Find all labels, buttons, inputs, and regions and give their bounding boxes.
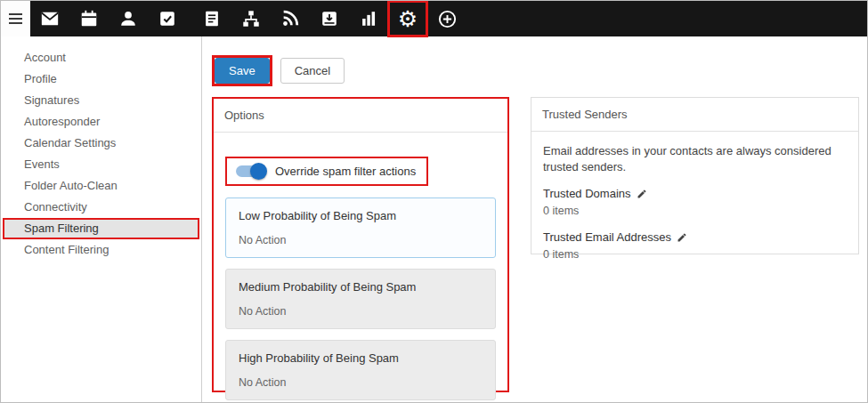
sidebar-item-folder-auto-clean[interactable]: Folder Auto-Clean xyxy=(3,175,199,197)
sidebar-item-autoresponder[interactable]: Autoresponder xyxy=(3,111,199,133)
edit-pencil-icon[interactable] xyxy=(677,232,687,243)
low-probability-spam-card[interactable]: Low Probability of Being Spam No Action xyxy=(225,197,496,258)
card-title: Low Probability of Being Spam xyxy=(239,209,483,222)
trusted-email-addresses-label: Trusted Email Addresses xyxy=(543,230,687,244)
new-item-icon[interactable] xyxy=(427,1,466,36)
contacts-icon[interactable] xyxy=(109,1,148,36)
card-action-value: No Action xyxy=(239,234,483,246)
settings-icon[interactable]: ⚙ xyxy=(388,1,427,36)
file-storage-icon[interactable] xyxy=(310,1,349,36)
options-panel: Options Override spam filter actions Low… xyxy=(212,97,509,392)
card-action-value: No Action xyxy=(239,376,483,389)
tasks-icon[interactable] xyxy=(148,1,187,36)
trusted-domains-count: 0 items xyxy=(543,205,847,217)
save-annotation-box: Save xyxy=(212,55,272,86)
sidebar-item-profile[interactable]: Profile xyxy=(3,69,199,90)
sidebar-item-connectivity[interactable]: Connectivity xyxy=(3,197,199,218)
trusted-domains-label: Trusted Domains xyxy=(543,187,647,200)
sidebar-item-calendar-settings[interactable]: Calendar Settings xyxy=(3,133,199,154)
options-panel-title: Options xyxy=(214,99,507,133)
toolbar: Save Cancel xyxy=(212,55,345,86)
sidebar-item-account[interactable]: Account xyxy=(3,47,199,69)
save-button[interactable]: Save xyxy=(215,58,270,84)
high-probability-spam-card[interactable]: High Probability of Being Spam No Action xyxy=(225,340,496,400)
trusted-senders-description: Email addresses in your contacts are alw… xyxy=(543,143,847,174)
card-action-value: No Action xyxy=(239,305,483,318)
edit-pencil-icon[interactable] xyxy=(637,189,647,199)
sidebar-item-content-filtering[interactable]: Content Filtering xyxy=(3,239,199,261)
connections-icon[interactable] xyxy=(231,1,271,36)
sidebar-item-signatures[interactable]: Signatures xyxy=(3,90,199,111)
mail-icon[interactable] xyxy=(30,1,69,36)
card-title: High Probability of Being Spam xyxy=(239,351,483,365)
trusted-senders-panel: Trusted Senders Email addresses in your … xyxy=(531,97,859,254)
override-spam-toggle-row: Override spam filter actions xyxy=(225,157,428,186)
cancel-button[interactable]: Cancel xyxy=(280,58,345,84)
trusted-domains-section: Trusted Domains 0 items xyxy=(543,185,847,217)
rss-feed-icon[interactable] xyxy=(271,1,310,36)
override-spam-toggle[interactable] xyxy=(236,165,264,177)
trusted-senders-title: Trusted Senders xyxy=(531,98,858,132)
medium-probability-spam-card[interactable]: Medium Probability of Being Spam No Acti… xyxy=(225,269,496,329)
reports-icon[interactable] xyxy=(349,1,388,36)
card-title: Medium Probability of Being Spam xyxy=(239,280,483,294)
settings-sidebar: Account Profile Signatures Autoresponder… xyxy=(1,36,202,402)
sidebar-item-events[interactable]: Events xyxy=(3,154,199,175)
trusted-email-addresses-count: 0 items xyxy=(543,248,847,261)
menu-icon[interactable] xyxy=(1,1,30,36)
override-spam-toggle-label: Override spam filter actions xyxy=(275,165,416,178)
calendar-icon[interactable] xyxy=(69,1,109,36)
notes-icon[interactable] xyxy=(192,1,231,36)
top-navigation-bar: ⚙ xyxy=(1,1,868,36)
sidebar-item-spam-filtering[interactable]: Spam Filtering xyxy=(3,218,199,239)
trusted-email-addresses-section: Trusted Email Addresses 0 items xyxy=(543,229,847,261)
